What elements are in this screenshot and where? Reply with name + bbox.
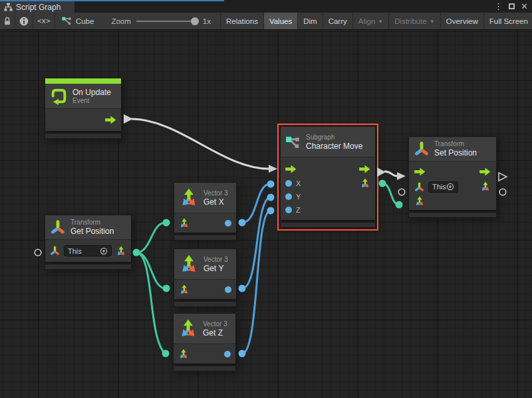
input-port-y[interactable] <box>285 193 292 200</box>
wire-getposition-to-getx[interactable] <box>136 223 166 252</box>
port-dot[interactable] <box>267 194 275 201</box>
this-value: This <box>432 183 446 191</box>
tab-script-graph[interactable]: Script Graph <box>0 1 74 13</box>
node-title: Get Position <box>70 227 114 236</box>
vector3-icon <box>179 254 199 274</box>
toolbar-button-overview[interactable]: Overview <box>441 13 484 29</box>
object-picker-icon[interactable] <box>100 247 108 255</box>
vector3-output-port[interactable] <box>360 178 370 189</box>
node-header: Vector 3 Get Z <box>174 314 235 344</box>
toolbar-button-distribute[interactable]: Distribute ▼ <box>389 13 441 29</box>
float-output-port[interactable] <box>225 286 231 293</box>
port-dot[interactable] <box>239 219 246 227</box>
wire-charactermove-vector-to-setposition[interactable] <box>382 183 399 205</box>
this-input-field[interactable]: This <box>64 245 112 256</box>
this-port-transform-icon[interactable] <box>50 246 60 256</box>
graph-canvas[interactable]: On Update Event Transform Get Position <box>0 30 532 398</box>
flow-output-port[interactable] <box>359 165 370 173</box>
object-picker-icon[interactable] <box>446 183 454 191</box>
port-dot[interactable] <box>133 249 140 256</box>
lock-icon <box>3 17 11 26</box>
toolbar-button-full-screen[interactable]: Full Screen <box>484 13 532 29</box>
vector3-input-port[interactable] <box>179 284 190 295</box>
node-header: Vector 3 Get Y <box>174 249 236 280</box>
wire-getposition-to-gety[interactable] <box>136 252 166 288</box>
node-get-x[interactable]: Vector 3 Get X <box>174 182 237 241</box>
node-character-move[interactable]: Subgraph Character Move X Y <box>280 126 376 228</box>
wire-getx-to-x[interactable] <box>242 184 270 223</box>
unconnected-flow-triangle[interactable] <box>499 173 507 181</box>
vector3-input-port[interactable] <box>178 349 189 359</box>
port-dot[interactable] <box>396 201 403 209</box>
port-label-z: Z <box>296 206 301 214</box>
this-input-field[interactable]: This <box>428 181 458 193</box>
node-set-position[interactable]: Transform Set Position This <box>408 136 497 218</box>
window-close-icon[interactable]: ✕ <box>521 0 528 13</box>
port-dot[interactable] <box>267 207 275 215</box>
wire-getposition-to-getz[interactable] <box>136 252 165 353</box>
this-port-transform-icon[interactable] <box>414 182 424 192</box>
zoom-slider[interactable] <box>136 21 198 22</box>
node-on-update[interactable]: On Update Event <box>45 78 122 139</box>
this-value: This <box>68 247 82 255</box>
port-dot[interactable] <box>267 181 275 188</box>
flow-input-port[interactable] <box>285 165 297 173</box>
node-type: Vector 3 <box>203 256 228 264</box>
toolbar-button-align[interactable]: Align ▼ <box>353 13 390 29</box>
flow-input-port[interactable] <box>414 167 426 176</box>
node-title: Get Z <box>203 328 227 338</box>
zoom-slider-handle[interactable] <box>191 17 199 25</box>
node-header: Subgraph Character Move <box>281 127 375 157</box>
node-get-z[interactable]: Vector 3 Get Z <box>173 313 236 371</box>
node-footer <box>174 301 237 307</box>
wire-gety-to-y[interactable] <box>242 197 270 288</box>
flow-wire-start-arrow <box>377 167 386 177</box>
unconnected-port-circle[interactable] <box>398 189 405 195</box>
button-label: Full Screen <box>489 17 528 25</box>
node-header: On Update Event <box>45 84 121 109</box>
wire-onupdate-to-charactermove[interactable] <box>132 119 269 169</box>
toolbar-button-dim[interactable]: Dim <box>298 13 323 29</box>
port-label-x: X <box>296 179 301 187</box>
vector3-output-port[interactable] <box>480 181 491 192</box>
flow-output-port[interactable] <box>105 116 116 124</box>
unconnected-port-circle[interactable] <box>35 249 41 256</box>
window-maximize-icon[interactable] <box>509 3 515 9</box>
toolbar-button-relations[interactable]: Relations <box>221 13 264 29</box>
vector3-input-port[interactable] <box>179 218 190 229</box>
toolbar-button-carry[interactable]: Carry <box>323 13 353 29</box>
float-output-port[interactable] <box>225 220 231 227</box>
unconnected-port-circle[interactable] <box>499 189 506 195</box>
wire-getz-to-z[interactable] <box>242 211 270 353</box>
node-header: Vector 3 Get X <box>174 183 236 213</box>
chevron-down-icon: ▼ <box>378 19 383 25</box>
zoom-label: Zoom <box>111 17 130 25</box>
node-title: Get X <box>203 197 228 207</box>
vector3-value-input-port[interactable] <box>414 196 425 207</box>
float-output-port[interactable] <box>224 351 231 357</box>
transform-icon <box>50 219 66 235</box>
lock-button[interactable] <box>0 13 15 29</box>
port-dot[interactable] <box>239 285 246 292</box>
port-dot[interactable] <box>379 180 386 187</box>
edit-script-button[interactable]: <x> <box>33 13 55 29</box>
port-dot[interactable] <box>162 350 170 357</box>
window-menu-icon[interactable]: ⋮ <box>494 0 503 13</box>
node-footer <box>174 235 237 241</box>
graph-owner-breadcrumb[interactable]: Cube <box>55 13 102 29</box>
toolbar-button-values[interactable]: Values <box>264 13 298 29</box>
info-button[interactable] <box>15 13 33 29</box>
port-dot[interactable] <box>239 350 246 357</box>
input-port-z[interactable] <box>285 207 292 213</box>
node-get-y[interactable]: Vector 3 Get Y <box>174 249 237 307</box>
node-footer <box>45 133 122 139</box>
flow-output-port[interactable] <box>479 167 491 176</box>
title-bar: Script Graph ⋮ ✕ <box>0 0 532 13</box>
input-port-x[interactable] <box>285 180 292 187</box>
port-dot[interactable] <box>163 285 170 292</box>
wire-charactermove-to-setposition[interactable] <box>384 171 397 176</box>
node-get-position[interactable]: Transform Get Position This <box>45 215 132 270</box>
port-dot[interactable] <box>163 219 170 227</box>
vector3-output-port[interactable] <box>116 246 126 256</box>
graph-toolbar: <x> Cube Zoom 1x Relations Values Dim Ca… <box>0 13 532 30</box>
